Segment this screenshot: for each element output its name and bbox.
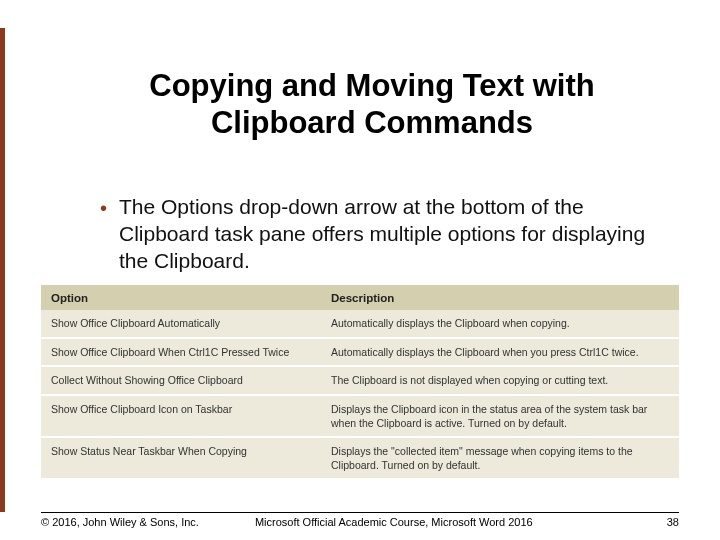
cell-description: Displays the "collected item" message wh… [321,437,679,478]
cell-option: Collect Without Showing Office Clipboard [41,366,321,395]
accent-bar [0,28,5,512]
cell-description: Automatically displays the Clipboard whe… [321,310,679,338]
cell-option: Show Status Near Taskbar When Copying [41,437,321,478]
footer-course: Microsoft Official Academic Course, Micr… [199,516,667,528]
footer-copyright: © 2016, John Wiley & Sons, Inc. [41,516,199,528]
table-header-row: Option Description [41,285,679,310]
cell-description: Displays the Clipboard icon in the statu… [321,395,679,437]
slide-title: Copying and Moving Text with Clipboard C… [92,68,652,141]
bullet-item: • The Options drop-down arrow at the bot… [100,194,660,275]
footer: © 2016, John Wiley & Sons, Inc. Microsof… [41,512,679,528]
cell-option: Show Office Clipboard Icon on Taskbar [41,395,321,437]
slide: Copying and Moving Text with Clipboard C… [0,0,720,540]
header-option: Option [41,285,321,310]
bullet-icon: • [100,196,107,220]
table-row: Show Status Near Taskbar When Copying Di… [41,437,679,478]
table-row: Show Office Clipboard Icon on Taskbar Di… [41,395,679,437]
header-description: Description [321,285,679,310]
table-row: Collect Without Showing Office Clipboard… [41,366,679,395]
cell-option: Show Office Clipboard When Ctrl1C Presse… [41,338,321,367]
options-table: Option Description Show Office Clipboard… [41,285,679,478]
bullet-text: The Options drop-down arrow at the botto… [119,194,660,275]
cell-description: The Clipboard is not displayed when copy… [321,366,679,395]
table-row: Show Office Clipboard Automatically Auto… [41,310,679,338]
cell-option: Show Office Clipboard Automatically [41,310,321,338]
footer-page-number: 38 [667,516,679,528]
cell-description: Automatically displays the Clipboard whe… [321,338,679,367]
table-row: Show Office Clipboard When Ctrl1C Presse… [41,338,679,367]
